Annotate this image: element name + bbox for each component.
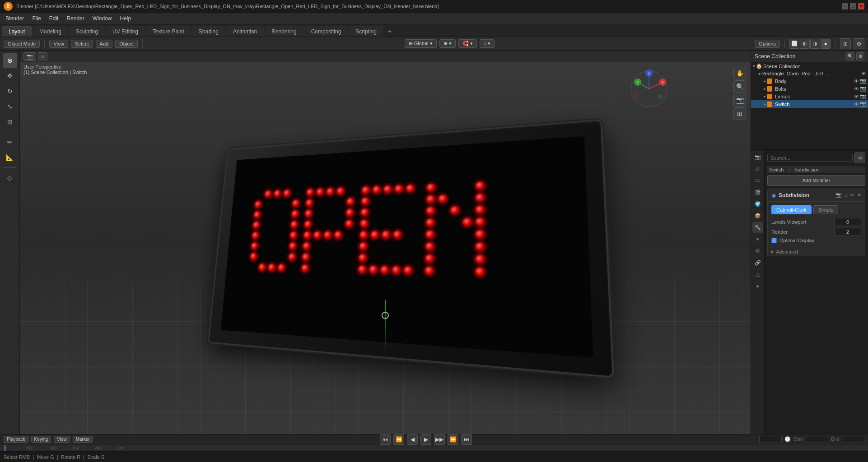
outliner-scene-root[interactable]: ▾ 🏠 Scene Collection	[751, 62, 868, 70]
next-frame-button[interactable]: ▶▶	[434, 434, 445, 445]
nav-camera[interactable]: 📷	[733, 94, 746, 106]
viewport-3d[interactable]: 📷 ○ User Perspective (1) Scene Collectio…	[20, 51, 751, 434]
tab-animation[interactable]: Animation	[226, 26, 264, 37]
modifier-subdivision-header[interactable]: ◉ Subdivision 📷 ○ ✏ ✕	[768, 189, 865, 202]
modifier-enable-icon[interactable]: ◉	[771, 192, 776, 199]
outliner-item-switch[interactable]: ▸ Switch 👁 📷	[751, 100, 868, 108]
add-modifier-button[interactable]: Add Modifier	[767, 175, 865, 186]
window-controls[interactable]: ─ □ ✕	[842, 3, 864, 9]
object-mode-dropdown[interactable]: Object Mode	[4, 40, 40, 48]
prop-tab-view-layer[interactable]: 🗂	[752, 175, 763, 186]
switch-eye[interactable]: 👁	[854, 102, 859, 107]
render-value[interactable]: 2	[834, 228, 861, 236]
prop-tab-render[interactable]: 📷	[752, 152, 763, 162]
add-menu[interactable]: Add	[96, 40, 113, 48]
switch-render[interactable]: 📷	[860, 101, 866, 107]
next-keyframe-button[interactable]: ⏩	[448, 434, 458, 445]
tab-compositing[interactable]: Compositing	[304, 26, 348, 37]
menu-window[interactable]: Window	[89, 14, 116, 23]
transform-global-dropdown[interactable]: ⊞ Global ▾	[405, 39, 437, 48]
tab-uv-editing[interactable]: UV Editing	[106, 26, 145, 37]
simple-button[interactable]: Simple	[813, 205, 839, 214]
prop-tab-output[interactable]: 🖨	[752, 163, 763, 174]
menu-help[interactable]: Help	[116, 14, 135, 23]
outliner-item-bolts[interactable]: ▸ Bolts 👁 📷	[751, 85, 868, 92]
navigation-gizmo[interactable]: X Y Z	[629, 69, 669, 109]
current-frame-input[interactable]: 1	[759, 436, 782, 443]
viewport-camera-icon[interactable]: 📷	[23, 52, 36, 61]
menu-blender[interactable]: Blender	[2, 14, 28, 23]
tab-rendering[interactable]: Rendering	[265, 26, 303, 37]
solid-shading[interactable]: ◐	[800, 39, 810, 49]
tab-layout[interactable]: Layout	[2, 26, 32, 37]
body-eye[interactable]: 👁	[854, 79, 859, 84]
prop-tab-physics[interactable]: ⚙	[752, 245, 763, 256]
timeline-view-button[interactable]: View	[54, 436, 70, 443]
levels-viewport-value[interactable]: 0	[834, 218, 861, 226]
minimize-button[interactable]: ─	[842, 3, 848, 9]
jump-end-button[interactable]: ⏭	[461, 434, 472, 445]
nav-hand[interactable]: ✋	[733, 67, 746, 79]
tab-texture-paint[interactable]: Texture Paint	[146, 26, 191, 37]
prev-frame-button[interactable]: ◀	[407, 434, 418, 445]
nav-ortho-persp[interactable]: ⊞	[733, 107, 746, 120]
menu-file[interactable]: File	[28, 14, 44, 23]
prop-tab-data[interactable]: △	[752, 269, 763, 280]
properties-options-btn[interactable]: ⚙	[854, 152, 865, 163]
proportional-edit[interactable]: ○ ▾	[480, 39, 495, 48]
material-preview[interactable]: ◑	[810, 39, 820, 49]
prop-tab-scene[interactable]: 🎬	[752, 187, 763, 198]
playback-button[interactable]: Playback	[4, 436, 28, 443]
tool-cursor[interactable]: ⊕	[3, 53, 17, 68]
nav-zoom[interactable]: 🔍	[733, 80, 746, 93]
outliner-filter-btn[interactable]: 🔍	[846, 52, 854, 60]
tab-modeling[interactable]: Modeling	[33, 26, 68, 37]
view-menu[interactable]: View	[49, 40, 68, 48]
prop-tab-particles[interactable]: ✦	[752, 234, 763, 245]
timeline-track[interactable]: 1 50 100 150 200 250	[0, 444, 868, 452]
tab-sculpting[interactable]: Sculpting	[69, 26, 105, 37]
tool-transform[interactable]: ⊞	[3, 115, 17, 129]
tool-measure[interactable]: 📐	[3, 150, 17, 165]
play-button[interactable]: ▶	[420, 434, 431, 445]
properties-search[interactable]	[767, 154, 853, 162]
lamps-render[interactable]: 📷	[860, 93, 866, 99]
prop-tab-material[interactable]: ●	[752, 281, 763, 291]
advanced-section[interactable]: ▸ Advanced	[768, 247, 865, 256]
add-workspace-button[interactable]: +	[384, 26, 395, 37]
modifier-render-icon[interactable]: ○	[845, 193, 848, 198]
transform-pivot-dropdown[interactable]: ⊕ ▾	[439, 39, 456, 48]
overlay-toggle[interactable]: ⊞	[840, 38, 851, 49]
close-button[interactable]: ✕	[858, 3, 864, 9]
keying-button[interactable]: Keying	[31, 436, 51, 443]
tool-annotate[interactable]: ✏	[3, 135, 17, 149]
gizmo-toggle[interactable]: ⊕	[854, 38, 864, 49]
lamps-eye[interactable]: 👁	[854, 94, 859, 99]
select-menu[interactable]: Select	[71, 40, 93, 48]
outliner-eye-rect[interactable]: 👁	[861, 71, 866, 76]
modifier-delete-icon[interactable]: ✕	[857, 192, 861, 198]
outliner-options-btn[interactable]: ⚙	[856, 52, 864, 60]
end-frame-input[interactable]: 250	[842, 436, 864, 443]
viewport-render-icon[interactable]: ○	[38, 52, 47, 60]
tool-rotate[interactable]: ↻	[3, 84, 17, 98]
maximize-button[interactable]: □	[850, 3, 856, 9]
snap-toggle[interactable]: 🧲 ▾	[458, 39, 477, 48]
catmull-clark-button[interactable]: Catmull-Clark	[771, 205, 812, 214]
modifier-camera-icon[interactable]: 📷	[835, 192, 842, 198]
start-frame-input[interactable]: 1	[806, 436, 828, 443]
bolts-render[interactable]: 📷	[860, 86, 866, 92]
prev-keyframe-button[interactable]: ⏪	[393, 434, 404, 445]
tool-scale[interactable]: ⤡	[3, 99, 17, 114]
menu-render[interactable]: Render	[63, 14, 88, 23]
tool-move[interactable]: ✥	[3, 69, 17, 83]
optimal-display-checkbox[interactable]	[771, 238, 777, 243]
outliner-item-lamps[interactable]: ▸ Lamps 👁 📷	[751, 92, 868, 100]
body-render[interactable]: 📷	[860, 78, 866, 84]
wireframe-shading[interactable]: ⬜	[789, 39, 799, 49]
outliner-item-body[interactable]: ▸ Body 👁 📷	[751, 77, 868, 85]
menu-edit[interactable]: Edit	[46, 14, 62, 23]
prop-tab-object[interactable]: 📦	[752, 210, 763, 221]
tool-add-primitive[interactable]: ◇	[3, 171, 17, 185]
outliner-item-rect[interactable]: ▾ Rectangle_Open_Red_LED_Sign_for_Busine…	[751, 70, 868, 77]
